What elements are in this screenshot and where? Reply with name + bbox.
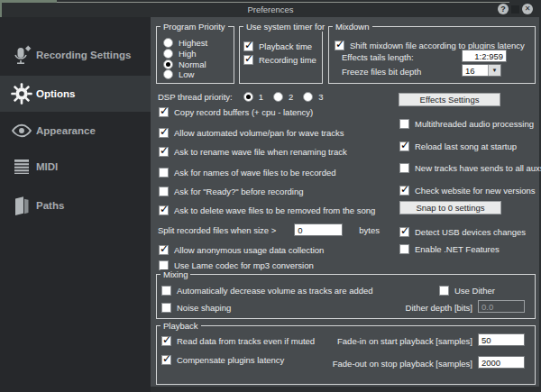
check-row-compensate-latency: Compensate plugins latency bbox=[161, 353, 284, 366]
checkbox-reload-last-song[interactable] bbox=[399, 141, 409, 151]
gear-icon bbox=[9, 81, 34, 106]
checkbox-label: Automatically decrease volume as tracks … bbox=[177, 286, 373, 296]
checkbox-label: Allow anonymous usage data collection bbox=[174, 245, 324, 255]
freeze-depth-dropdown[interactable]: 16 ▼ bbox=[462, 64, 501, 77]
checkbox-label: Multithreaded audio processing bbox=[415, 119, 534, 129]
midi-list-icon bbox=[9, 154, 34, 179]
checkbox-label: Read data from tracks even if muted bbox=[177, 336, 315, 346]
checkbox-shift-mixdown[interactable] bbox=[335, 41, 344, 50]
checkbox-check-website[interactable] bbox=[399, 186, 409, 196]
close-button[interactable]: ✕ bbox=[522, 4, 533, 14]
checkbox-playback-time[interactable] bbox=[243, 41, 253, 51]
split-files-unit: bytes bbox=[359, 225, 380, 235]
radio-dsp-2[interactable] bbox=[273, 92, 283, 102]
dither-depth-input bbox=[478, 300, 525, 313]
freeze-depth-value: 16 bbox=[463, 65, 488, 76]
split-files-row: Split recorded files when size > bytes bbox=[158, 223, 380, 236]
dsp-priority-label: DSP thread priority: bbox=[158, 92, 233, 102]
checkbox-enable-net[interactable] bbox=[399, 244, 409, 254]
fade-out-input[interactable] bbox=[478, 356, 525, 369]
checkbox-label: Detect USB devices changes bbox=[415, 227, 526, 237]
checkbox-new-tracks-sends[interactable] bbox=[399, 163, 409, 173]
radio-row-low: Low bbox=[163, 68, 194, 80]
checkbox-auto-decrease-volume[interactable] bbox=[161, 286, 171, 296]
effects-tails-label: Effects tails length: bbox=[342, 52, 414, 62]
radio-dsp-3[interactable] bbox=[303, 92, 313, 102]
checkbox-label: Shift mixdown file according to plugins … bbox=[350, 41, 525, 50]
checkbox-label: Ask to rename wave file when renaming tr… bbox=[174, 147, 347, 157]
checkbox-lame-codec[interactable] bbox=[159, 260, 169, 270]
group-legend: Mixdown bbox=[333, 22, 372, 32]
check-row-noise-shaping: Noise shaping bbox=[161, 301, 231, 314]
check-row-detect-usb: Detect USB devices changes bbox=[399, 225, 526, 238]
check-row-playback-time: Playback time bbox=[243, 40, 312, 52]
checkbox-label: Playback time bbox=[259, 41, 312, 51]
radio-low[interactable] bbox=[163, 69, 173, 79]
checkbox-automated-volume-pan[interactable] bbox=[159, 128, 169, 138]
checkbox-label: Ask for names of wave files to be record… bbox=[174, 168, 336, 178]
preferences-window: Preferences ? ✕ Recording Settings bbox=[0, 0, 541, 392]
checkbox-recording-time[interactable] bbox=[243, 55, 253, 65]
check-row-use-dither: Use Dither bbox=[439, 284, 495, 296]
group-legend: Mixing bbox=[160, 269, 190, 279]
radio-dsp-1[interactable] bbox=[243, 92, 253, 102]
check-row-recording-time: Recording time bbox=[243, 53, 316, 66]
titlebar: Preferences ? ✕ bbox=[0, 0, 541, 17]
checkbox-label: Noise shaping bbox=[177, 303, 231, 313]
effects-settings-button[interactable]: Effects Settings bbox=[399, 93, 500, 106]
checkbox-ask-delete-wave[interactable] bbox=[159, 205, 169, 215]
snap-to-zero-button[interactable]: Snap to 0 settings bbox=[399, 201, 501, 214]
sidebar-item-recording-settings[interactable]: Recording Settings bbox=[0, 37, 151, 73]
check-row-ask-ready: Ask for "Ready?" before recording bbox=[159, 185, 304, 197]
checkbox-label: Use Lame codec for mp3 conversion bbox=[174, 260, 314, 270]
sidebar-item-label: Appearance bbox=[36, 125, 96, 136]
paths-book-icon bbox=[9, 193, 34, 218]
checkbox-use-dither[interactable] bbox=[439, 286, 449, 296]
dropdown-arrow-icon[interactable]: ▼ bbox=[488, 65, 500, 76]
checkbox-detect-usb[interactable] bbox=[399, 227, 409, 237]
check-row-reload-last-song: Reload last song at startup bbox=[399, 140, 517, 152]
sidebar: Recording Settings bbox=[0, 17, 151, 392]
checkbox-ask-rename-wave[interactable] bbox=[159, 147, 169, 157]
radio-high[interactable] bbox=[163, 49, 173, 59]
checkbox-label: Check website for new versions bbox=[415, 186, 536, 196]
checkbox-ask-names-wave[interactable] bbox=[159, 168, 169, 178]
window-title: Preferences bbox=[0, 5, 541, 14]
radio-label: 3 bbox=[318, 92, 323, 102]
sidebar-item-paths[interactable]: Paths bbox=[0, 187, 151, 223]
check-row-check-website: Check website for new versions bbox=[399, 184, 536, 196]
dither-depth-label: Dither depth [bits] bbox=[370, 303, 472, 313]
checkbox-label: New tracks have sends to all auxs bbox=[415, 163, 541, 173]
checkbox-noise-shaping[interactable] bbox=[161, 303, 171, 313]
eye-icon bbox=[9, 118, 34, 143]
radio-highest[interactable] bbox=[163, 38, 173, 48]
check-row-ask-delete-wave: Ask to delete wave files to be removed f… bbox=[159, 204, 375, 216]
sidebar-item-label: Options bbox=[36, 88, 75, 99]
sidebar-item-appearance[interactable]: Appearance bbox=[0, 113, 151, 149]
checkbox-multithreaded[interactable] bbox=[399, 119, 409, 129]
checkbox-read-muted[interactable] bbox=[161, 336, 171, 346]
checkbox-label: Copy record buffers (+ cpu - latency) bbox=[174, 107, 313, 117]
freeze-depth-row: Freeze files bit depth bbox=[342, 65, 421, 77]
sidebar-item-label: Paths bbox=[36, 200, 64, 211]
fade-in-input[interactable] bbox=[478, 333, 525, 346]
radio-label: Highest bbox=[179, 38, 207, 48]
checkbox-label: Compensate plugins latency bbox=[177, 355, 284, 365]
fade-in-label: Fade-in on start playback [samples] bbox=[298, 336, 472, 346]
split-size-input[interactable] bbox=[294, 223, 343, 236]
radio-label: 1 bbox=[259, 92, 263, 102]
help-button[interactable]: ? bbox=[498, 4, 509, 14]
check-row-auto-decrease-volume: Automatically decrease volume as tracks … bbox=[161, 284, 373, 296]
checkbox-compensate-latency[interactable] bbox=[161, 355, 171, 365]
checkbox-anonymous-usage[interactable] bbox=[159, 245, 169, 255]
check-row-ask-names-wave: Ask for names of wave files to be record… bbox=[159, 166, 336, 178]
checkbox-ask-ready[interactable] bbox=[159, 187, 169, 196]
effects-tails-input[interactable] bbox=[462, 50, 507, 62]
sidebar-item-midi[interactable]: MIDI bbox=[0, 149, 151, 185]
checkbox-label: Allow automated volume/pan for wave trac… bbox=[174, 128, 344, 138]
sidebar-item-options[interactable]: Options bbox=[0, 76, 151, 112]
checkbox-label: Enable .NET Features bbox=[415, 244, 500, 254]
group-legend: Playback bbox=[160, 321, 201, 331]
check-row-multithreaded: Multithreaded audio processing bbox=[399, 117, 534, 130]
checkbox-copy-record-buffers[interactable] bbox=[159, 107, 169, 117]
